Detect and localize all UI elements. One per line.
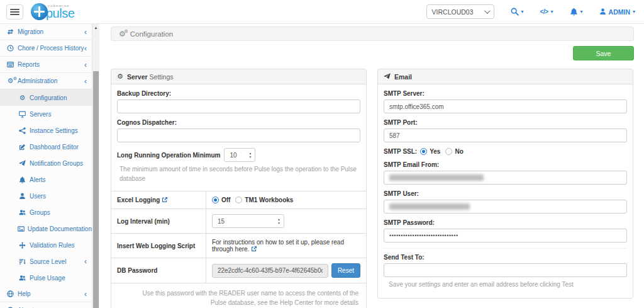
sidebar-item-alerts[interactable]: Alerts (0, 171, 92, 188)
hamburger-menu-button[interactable] (6, 4, 23, 20)
server-select-dropdown[interactable]: VIRCLOUD03 (426, 4, 494, 19)
cogs-icon: ⚙⚙ (119, 30, 126, 38)
cogs-icon: ⚙⚙ (6, 77, 15, 84)
page-title-bar: ⚙⚙ Configuration (111, 26, 634, 41)
smtp-server-input[interactable] (384, 100, 627, 113)
web-logging-script-cell: For instructions on how to set it up, pl… (206, 234, 366, 258)
smtp-ssl-label: SMTP SSL: (384, 148, 417, 155)
cognos-dispatcher-input[interactable] (117, 128, 360, 142)
smtp-user-input[interactable] (384, 200, 627, 214)
users-icon (18, 209, 27, 216)
sidebar-item-notification-groups[interactable]: Notification Groups (0, 155, 92, 171)
sidebar-scrollbar[interactable]: ▲ (92, 24, 99, 308)
smtp-ssl-no-radio[interactable] (445, 148, 452, 155)
excel-logging-off-label: Off (221, 197, 230, 203)
divider (384, 248, 627, 249)
sidebar-item-label: Migration (18, 28, 43, 35)
sidebar-item-label: Administration (18, 77, 57, 84)
chevron-left-icon: ‹ (84, 258, 87, 265)
search-menu-button[interactable]: ▾ (511, 8, 524, 16)
sidebar-item-servers[interactable]: Servers (0, 106, 92, 122)
smtp-server-label: SMTP Server: (384, 90, 627, 97)
user-icon (18, 193, 27, 200)
smtp-ssl-no-label: No (455, 148, 463, 155)
sidebar-item-chore-process-history[interactable]: Chore / Process History‹ (0, 40, 92, 57)
long-running-minimum-label: Long Running Operation Minimum (117, 152, 220, 159)
desktop-icon (18, 111, 27, 118)
smtp-email-from-input[interactable] (384, 171, 627, 185)
web-logging-script-text: For instructions on how to set it up, pl… (212, 239, 344, 253)
notifications-menu-button[interactable]: ▾ (570, 8, 583, 16)
code-icon: </> (540, 8, 548, 15)
long-running-minimum-help: The minimum amount of time in seconds be… (117, 165, 360, 185)
main-content: ⚙⚙ Configuration Save ⚙ Server Settings … (99, 24, 644, 308)
smtp-port-input[interactable] (384, 128, 627, 142)
sidebar-item-label: Pulse Usage (30, 275, 65, 282)
admin-user-menu-button[interactable]: ADMIN ▾ (599, 8, 635, 16)
scrollbar-thumb[interactable] (93, 71, 99, 308)
log-interval-stepper[interactable]: 15 ▲▼ (212, 214, 284, 228)
sidebar-item-label: Users (30, 193, 46, 200)
server-settings-panel: ⚙ Server Settings Backup Directory: Cogn… (111, 69, 367, 308)
save-button[interactable]: Save (573, 46, 634, 60)
send-test-to-input[interactable] (384, 263, 627, 277)
server-settings-table: Excel Logging OffTM1 Workbooks Log Inter… (111, 191, 366, 283)
caret-down-icon: ▾ (633, 9, 635, 14)
chevron-left-icon: ‹ (84, 77, 87, 85)
sidebar-item-users[interactable]: Users (0, 188, 92, 204)
sidebar-item-help[interactable]: Help‹ (0, 286, 92, 302)
backup-directory-input[interactable] (117, 100, 360, 113)
db-password-label: DB Password (111, 258, 206, 283)
excel-logging-off-radio[interactable] (212, 197, 219, 203)
code-menu-button[interactable]: </> ▾ (540, 8, 553, 15)
cognos-dispatcher-label: Cognos Dispatcher: (117, 119, 360, 126)
chevron-left-icon: ‹ (84, 45, 87, 52)
sidebar-item-label: Validation Rules (30, 242, 75, 249)
scrollbar-up-arrow-icon[interactable]: ▲ (92, 24, 99, 31)
sidebar-item-dashboard-editor[interactable]: Dashboard Editor (0, 139, 92, 155)
number-spinner-buttons[interactable]: ▲▼ (274, 215, 284, 227)
exchange-icon (6, 28, 15, 35)
excel-logging-tm1-radio[interactable] (235, 197, 242, 203)
search-icon (511, 8, 519, 16)
excel-logging-tm1-label: TM1 Workbooks (245, 197, 293, 203)
admin-label: ADMIN (609, 8, 630, 16)
number-spinner-buttons[interactable]: ▲▼ (245, 149, 255, 161)
smtp-port-label: SMTP Port: (384, 119, 627, 126)
sidebar-item-about[interactable]: About (0, 302, 92, 308)
sidebar-item-pulse-usage[interactable]: Pulse Usage (0, 270, 92, 286)
caret-down-icon: ▾ (580, 9, 583, 14)
pulse-logo[interactable]: cubewise pulse (31, 3, 74, 20)
long-running-minimum-stepper[interactable]: 10 ▲▼ (224, 148, 255, 162)
sidebar-item-reports[interactable]: Reports‹ (0, 57, 92, 73)
sitemap-icon (18, 127, 27, 134)
email-panel: Email SMTP Server: SMTP Port: SMTP SSL: … (377, 69, 633, 299)
reset-button[interactable]: Reset (331, 263, 360, 278)
send-test-help: Save your settings and enter an email ad… (384, 278, 627, 294)
smtp-password-input[interactable] (384, 229, 627, 242)
caret-down-icon: ▾ (521, 9, 524, 14)
smtp-ssl-yes-radio[interactable] (420, 148, 427, 155)
sidebar-item-groups[interactable]: Groups (0, 204, 92, 220)
sidebar-item-label: Configuration (30, 94, 67, 101)
validation-icon (18, 242, 27, 249)
gear-icon: ⚙ (117, 72, 123, 81)
user-icon (599, 8, 606, 15)
users-icon (18, 275, 27, 282)
external-link-icon[interactable] (251, 246, 257, 252)
sidebar-item-update-documentation[interactable]: Update Documentation (0, 220, 92, 237)
cog-icon: ⚙ (18, 94, 27, 101)
external-link-icon[interactable] (162, 197, 168, 203)
excel-logging-label-cell: Excel Logging (111, 191, 206, 209)
sidebar-item-migration[interactable]: Migration‹ (0, 24, 92, 40)
clock-icon (6, 45, 15, 52)
sidebar-item-instance-settings[interactable]: Instance Settings (0, 122, 92, 139)
email-panel-header: Email (378, 69, 633, 84)
table-icon (6, 61, 15, 68)
bell-icon (18, 176, 27, 183)
sidebar-item-validation-rules[interactable]: Validation Rules (0, 237, 92, 253)
sidebar-item-source-level[interactable]: Source Level‹ (0, 253, 92, 270)
sidebar-item-administration[interactable]: ⚙⚙Administration‹ (0, 73, 92, 89)
sidebar-item-configuration[interactable]: ⚙Configuration (0, 89, 92, 106)
db-password-help: Use this password with the READER user n… (111, 283, 366, 308)
